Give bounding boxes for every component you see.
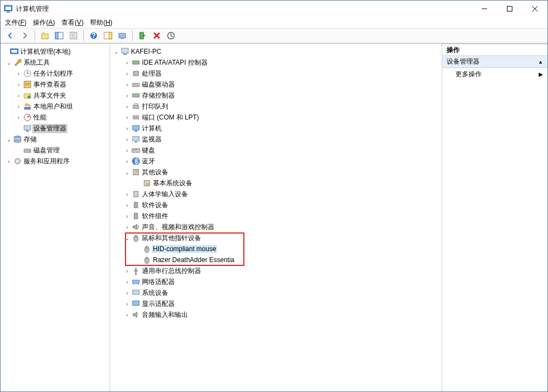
enable-device-button[interactable] [136,29,149,42]
actions-pane: 操作 设备管理器 ▲ 更多操作 ▶ [442,44,547,391]
device-sound[interactable]: ›声音、视频和游戏控制器 [110,221,442,232]
folder-share-icon [22,91,32,100]
tree-device-manager[interactable]: 设备管理器 [1,123,110,134]
device-pc-root[interactable]: ⌄ KAFEI-PC [110,46,442,57]
tree-event-viewer[interactable]: › 事件查看器 [1,79,110,90]
device-net[interactable]: ›网络适配器 [110,276,442,287]
tree-root[interactable]: 计算机管理(本地) [1,46,110,57]
device-ports[interactable]: ›端口 (COM 和 LPT) [110,112,442,123]
tree-performance[interactable]: › 性能 [1,112,110,123]
chevron-right-icon[interactable]: › [123,104,131,110]
device-soft-dev[interactable]: ›软件设备 [110,200,442,211]
chevron-right-icon[interactable]: › [15,93,22,99]
tree-disk-mgmt[interactable]: 磁盘管理 [1,145,110,156]
tree-task-scheduler[interactable]: › 任务计划程序 [1,68,110,79]
device-storage-ctrl[interactable]: ›存储控制器 [110,90,442,101]
devmgr-icon [22,124,32,133]
device-print[interactable]: ›打印队列 [110,101,442,112]
disk-icon [131,80,141,89]
chevron-right-icon[interactable]: › [123,290,131,296]
chevron-right-icon[interactable]: › [123,301,131,307]
soft-dev-icon [131,201,141,209]
device-hid[interactable]: ›人体学输入设备 [110,189,442,200]
action-pane-button[interactable] [101,29,115,42]
device-monitor[interactable]: ›监视器 [110,134,442,145]
chevron-right-icon[interactable]: › [123,312,131,318]
navigation-tree[interactable]: 计算机管理(本地) ⌄ 系统工具 › 任务计划程序 › 事件查看器 › 共享文件… [1,44,110,391]
device-cpu[interactable]: ›处理器 [110,68,442,79]
up-button[interactable] [38,29,52,42]
properties-button[interactable] [67,29,80,42]
chevron-down-icon[interactable]: ⌄ [123,169,131,175]
chevron-down-icon[interactable]: ⌄ [123,235,131,241]
menu-action[interactable]: 操作(A) [33,18,55,27]
chevron-right-icon[interactable]: › [123,126,131,132]
device-audio[interactable]: ›音频输入和输出 [110,309,442,320]
device-tree[interactable]: ⌄ KAFEI-PC ›IDE ATA/ATAPI 控制器 ›处理器 ›磁盘驱动… [110,44,442,391]
device-sysdev[interactable]: ›系统设备 [110,287,442,298]
device-other[interactable]: ⌄?其他设备 [110,167,442,178]
device-mouse-razer[interactable]: Razer DeathAdder Essentia [110,254,442,265]
chevron-right-icon[interactable]: › [123,71,131,77]
device-ide[interactable]: ›IDE ATA/ATAPI 控制器 [110,57,442,68]
minimize-button[interactable] [472,1,497,17]
device-label: 软件设备 [141,201,169,210]
chevron-right-icon[interactable]: › [123,213,131,219]
chevron-right-icon[interactable]: › [123,60,131,66]
tree-local-users[interactable]: › 本地用户和组 [1,101,110,112]
device-disk[interactable]: ›磁盘驱动器 [110,79,442,90]
chevron-right-icon[interactable]: › [123,191,131,197]
soft-comp-icon [131,212,141,220]
chevron-right-icon[interactable]: › [123,82,131,88]
chevron-right-icon[interactable]: › [123,202,131,208]
menu-file[interactable]: 文件(F) [5,18,26,27]
device-bluetooth[interactable]: ›蓝牙 [110,156,442,167]
back-button[interactable] [4,29,17,42]
chevron-right-icon[interactable]: › [123,268,131,274]
device-keyboard[interactable]: ›键盘 [110,145,442,156]
chevron-right-icon[interactable]: › [123,147,131,154]
device-mouse-hid[interactable]: HID-compliant mouse [110,243,442,254]
chevron-right-icon[interactable]: › [123,224,131,230]
device-display[interactable]: ›显示适配器 [110,298,442,309]
help-button[interactable]: ? [87,29,100,42]
device-computer[interactable]: ›计算机 [110,123,442,134]
tree-storage[interactable]: ⌄ 存储 [1,134,110,145]
chevron-right-icon[interactable]: › [123,279,131,285]
actions-more[interactable]: 更多操作 ▶ [442,68,547,80]
chevron-right-icon[interactable]: › [15,115,22,121]
forward-button[interactable] [18,29,31,42]
maximize-button[interactable] [497,1,522,17]
tree-sys-tools[interactable]: ⌄ 系统工具 [1,57,110,68]
chevron-down-icon[interactable]: ⌄ [112,49,120,55]
menu-view[interactable]: 查看(V) [61,18,83,27]
chevron-right-icon[interactable]: › [15,71,22,77]
scan-hardware-button[interactable] [116,29,129,42]
tree-shared-folders[interactable]: › 共享文件夹 [1,90,110,101]
device-usb[interactable]: ›通用串行总线控制器 [110,265,442,276]
device-base-sys[interactable]: 基本系统设备 [110,178,442,189]
device-soft-comp[interactable]: ›软件组件 [110,211,442,221]
chevron-right-icon[interactable]: › [15,104,22,110]
chevron-down-icon[interactable]: ⌄ [5,137,13,143]
show-hide-tree-button[interactable] [53,29,66,42]
menu-help[interactable]: 帮助(H) [90,18,112,27]
device-mouse-cat[interactable]: ⌄鼠标和其他指针设备 [110,232,442,243]
close-button[interactable] [522,1,547,17]
tree-services-apps[interactable]: › 服务和应用程序 [1,156,110,167]
svg-rect-67 [136,150,138,150]
actions-section-label: 设备管理器 [447,57,480,66]
actions-section[interactable]: 设备管理器 ▲ [442,56,547,68]
storage-ctrl-icon [131,91,141,100]
update-driver-button[interactable] [164,29,178,42]
chevron-right-icon[interactable]: › [123,93,131,99]
svg-point-59 [136,117,138,118]
chevron-right-icon[interactable]: › [5,158,13,164]
chevron-right-icon[interactable]: › [123,158,131,164]
chevron-right-icon[interactable]: › [123,137,131,143]
disable-device-button[interactable] [150,29,163,42]
chevron-right-icon[interactable]: › [15,82,22,88]
chevron-down-icon[interactable]: ⌄ [5,60,13,66]
collapse-icon[interactable]: ▲ [538,59,543,65]
chevron-right-icon[interactable]: › [123,115,131,121]
